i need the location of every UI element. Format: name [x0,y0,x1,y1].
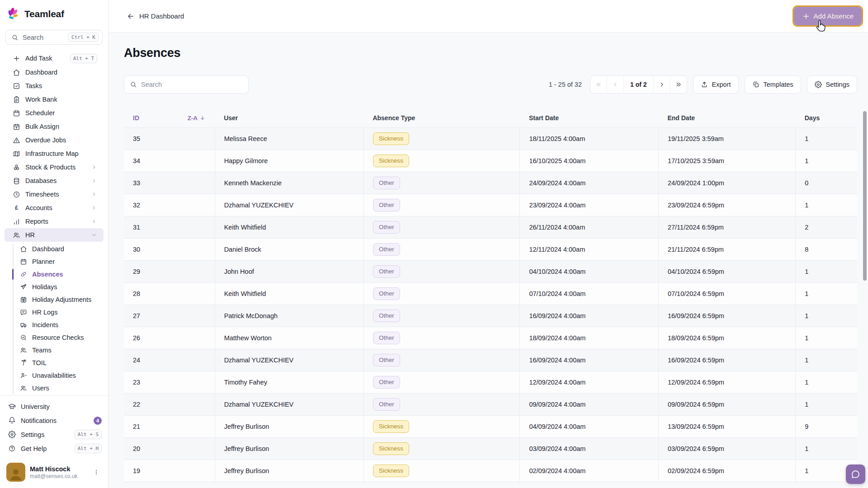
chat-button[interactable] [846,465,865,484]
clipboard-icon [13,96,20,103]
sidebar-item-timesheets[interactable]: Timesheets [5,188,104,201]
sidebar-subitem-holiday-adjustments[interactable]: Holiday Adjustments [0,293,108,306]
sidebar-item-scheduler[interactable]: Scheduler [5,106,104,120]
sidebar-subitem-planner[interactable]: Planner [0,255,108,268]
sidebar-item-dashboard[interactable]: Dashboard [5,66,104,79]
add-absence-button[interactable]: Add Absence [794,7,862,25]
home-icon [20,245,27,253]
sidebar-subitem-resource-checks[interactable]: Resource Checks [0,331,108,344]
sidebar-item-accounts[interactable]: £Accounts [5,201,104,215]
sidebar-subitem-dashboard[interactable]: Dashboard [0,243,108,255]
settings-button[interactable]: Settings [807,75,857,94]
table-row[interactable]: 24Dzhamal YUZEKCHIEVOther16/09/2024 4:00… [124,349,857,371]
table-row[interactable]: 34Happy GilmoreSickness16/10/2025 4:00am… [124,150,857,172]
table-row[interactable]: 33Kenneth MackenzieOther24/09/2024 4:00a… [124,172,857,194]
sidebar-item-settings[interactable]: SettingsAlt + S [0,427,108,441]
sidebar-item-university[interactable]: University [0,399,108,413]
chevrons-left-icon [595,81,602,88]
table-row[interactable]: 22Dzhamal YUZEKCHIEVOther09/09/2024 4:00… [124,394,857,416]
user-profile[interactable]: Matt Hiscock matt@senses.co.uk [0,457,108,488]
templates-button[interactable]: Templates [745,75,801,94]
cell-absence-type: Other [363,349,519,371]
cell-end-date: 02/09/2024 6:59pm [658,460,795,482]
table-search [124,75,249,94]
table-row[interactable]: 31Keith WhitfieldOther26/11/2024 4:00am2… [124,216,857,239]
table-search-input[interactable] [141,81,243,88]
sidebar-subitem-toil[interactable]: TOIL [0,357,108,369]
sidebar-subitem-unavailabilities[interactable]: Unavailabilities [0,369,108,382]
back-button[interactable]: HR Dashboard [127,12,184,20]
sidebar-subitem-teams[interactable]: Teams [0,344,108,357]
sidebar-item-overdue-jobs[interactable]: Overdue Jobs [5,133,104,147]
table-row[interactable]: 21Jeffrey BurlisonSickness04/09/2024 4:0… [124,416,857,438]
table-row[interactable]: 35Melissa ReeceSickness18/11/2025 4:00am… [124,128,857,150]
table-row[interactable]: 28Keith WhitfieldOther07/10/2024 4:00am0… [124,283,857,305]
sidebar-subitem-holidays[interactable]: Holidays [0,281,108,293]
pagination-first-button[interactable] [590,76,607,93]
sidebar-item-databases[interactable]: Databases [5,174,104,188]
cell-id: 31 [124,216,215,239]
cell-id: 22 [124,394,215,416]
table-row[interactable]: 29John HoofOther04/10/2024 4:00am04/10/2… [124,261,857,283]
absence-type-badge: Other [373,199,400,211]
chat-bubble-icon [850,469,861,479]
sidebar-item-tasks[interactable]: Tasks [5,79,104,93]
sidebar-item-hr[interactable]: HR [5,228,104,242]
dots-vertical-icon [93,469,100,476]
table-row[interactable]: 30Daniel BrockOther12/11/2024 4:00am21/1… [124,239,857,261]
cell-id: 29 [124,261,215,283]
gear-icon [815,81,822,88]
cell-end-date: 21/11/2024 6:59pm [658,239,795,261]
table-row[interactable]: 20Jeffrey BurlisonSickness03/09/2024 4:0… [124,438,857,460]
column-header-end-date[interactable]: End Date [658,108,795,128]
column-header-id[interactable]: ID Z-A [124,108,215,128]
hr-subnav: DashboardPlannerAbsencesHolidaysHoliday … [0,243,108,394]
chevrons-right-icon [675,81,682,88]
export-button[interactable]: Export [693,75,739,94]
cell-days: 1 [796,150,857,172]
people-icon [13,231,20,239]
sidebar-item-infrastructure-map[interactable]: Infrastructure Map [5,147,104,160]
sidebar-item-add-task[interactable]: Add TaskAlt + T [5,51,104,66]
pagination-prev-button[interactable] [607,76,624,93]
sidebar-item-reports[interactable]: Reports [5,215,104,228]
absence-type-badge: Other [373,221,400,234]
sidebar-item-bulk-assign[interactable]: Bulk Assign [5,120,104,133]
table-row[interactable]: 26Matthew WortonOther18/09/2024 4:00am18… [124,327,857,349]
sidebar-subitem-absences[interactable]: Absences [0,268,108,281]
scrollbar-thumb[interactable] [863,111,867,281]
column-header-days[interactable]: Days [796,108,857,128]
cell-days: 1 [796,283,857,305]
table-row[interactable]: 27Patrick McDonaghOther16/09/2024 4:00am… [124,305,857,327]
sidebar-item-label: Scheduler [25,109,97,117]
table-row[interactable]: 32Dzhamal YUZEKCHIEVOther23/09/2024 4:00… [124,194,857,216]
calendar-clock-icon [20,296,27,303]
sidebar-subitem-users[interactable]: Users [0,382,108,394]
sidebar-search[interactable]: Search Ctrl + K [5,30,103,45]
cell-absence-type: Sickness [363,438,519,460]
table-row[interactable]: 23Timothy FaheyOther12/09/2024 4:00am12/… [124,371,857,394]
sort-label: Z-A [188,115,198,122]
pagination-next-button[interactable] [654,76,670,93]
cell-end-date: 27/11/2024 6:59pm [658,216,795,239]
tasks-icon [13,82,20,90]
sidebar-subitem-incidents[interactable]: Incidents [0,319,108,331]
sidebar-item-work-bank[interactable]: Work Bank [5,93,104,106]
brand[interactable]: Teamleaf [0,0,108,25]
sidebar-subitem-hr-logs[interactable]: HR Logs [0,306,108,319]
sidebar-subitem-label: HR Logs [32,309,57,316]
column-header-absence-type[interactable]: Absence Type [363,108,519,128]
sort-indicator[interactable]: Z-A [188,115,206,122]
sidebar-item-stock-products[interactable]: Stock & Products [5,160,104,174]
cell-end-date: 12/09/2024 6:59pm [658,371,795,394]
user-menu-button[interactable] [91,467,102,478]
sidebar-item-get-help[interactable]: Get HelpAlt + H [0,441,108,455]
database-icon [13,177,20,185]
clock-icon [13,191,20,198]
column-header-start-date[interactable]: Start Date [520,108,659,128]
pagination-last-button[interactable] [670,76,687,93]
table-row[interactable]: 19Jeffrey BurlisonSickness02/09/2024 4:0… [124,460,857,482]
column-header-user[interactable]: User [215,108,363,128]
sidebar-item-notifications[interactable]: Notifications4 [0,413,108,427]
brand-name: Teamleaf [24,9,64,19]
